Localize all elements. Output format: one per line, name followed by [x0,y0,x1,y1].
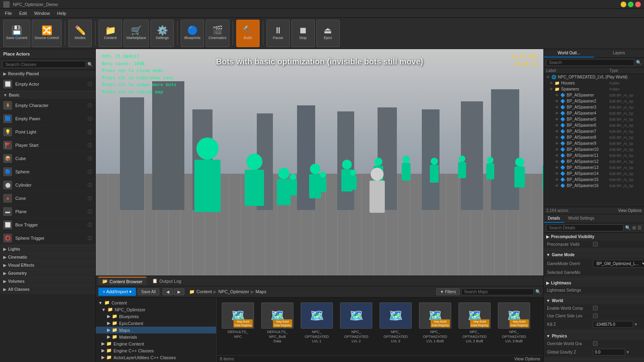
wo-spawners-folder[interactable]: 👁 📁 Spawners Folder [544,86,644,92]
actor-box-trigger[interactable]: ⬜ Box Trigger ⓘ [0,218,95,232]
breadcrumb-npc-optimizer[interactable]: NPC_Optimizer [218,289,249,294]
actor-cone[interactable]: 🔺 Cone ⓘ [0,192,95,205]
list-item[interactable]: 👁 🔷 BP_AISpawner7 Edit BP_AI_Sp [544,128,644,134]
det-search-input[interactable] [546,224,623,231]
list-item[interactable]: 👁 🔷 BP_AISpawner11 Edit BP_AI_Sp [544,152,644,158]
list-item[interactable]: 👁 🔷 BP_AISpawner15 Edit BP_AI_Sp [544,177,644,183]
breadcrumb-maps[interactable]: Maps [256,289,266,294]
det-input-kill-z[interactable] [593,321,633,328]
category-lights-header[interactable]: ▶ Lights [0,245,95,253]
view-options-button[interactable]: View Options [514,356,540,361]
asset-npc-lvl1[interactable]: 🗺️ NPC_OPTIMIZATEDLVL 1 [299,301,335,346]
asset-npc-lvl2-built[interactable]: 🗺️ Map BuildData Registry NPC_OPTIMIZATE… [456,301,493,346]
list-item[interactable]: 👁 🔷 BP_AISpawner3 Edit BP_AI_Sp [544,104,644,110]
category-geometry-header[interactable]: ▶ Geometry [0,269,95,277]
eject-button[interactable]: ⏏ Eject [316,20,340,47]
wo-search-icon[interactable]: 🔍 [636,60,642,65]
menu-edit[interactable]: Edit [16,10,30,16]
actor-player-start[interactable]: 🚩 Player Start ⓘ [0,139,95,152]
nav-back-button[interactable]: ◀ [163,288,173,295]
category-visual-effects-header[interactable]: ▶ Visual Effects [0,261,95,269]
list-item[interactable]: 👁 🔷 BP_AISpawner12 Edit BP_AI_Sp [544,158,644,165]
wo-root[interactable]: 👁 🌐 NPC_OPTIMIZATED_LVL (Play World) [544,74,644,80]
det-checkbox-enable-world-comp[interactable] [593,306,598,311]
menu-window[interactable]: Window [31,10,53,16]
actor-empty-character[interactable]: 🧍 Empty Character ⓘ [0,99,95,112]
det-checkbox-override-gravity[interactable] [593,341,598,346]
section-world-header[interactable]: ▼ World [544,297,644,304]
asset-npc-lvl3-built[interactable]: 🗺️ Map BuildData Registry NPC_OPTIMIZATE… [496,301,532,346]
search-classes-input[interactable] [2,61,86,68]
breadcrumb-content[interactable]: Content [196,289,212,294]
actor-cube[interactable]: 📦 Cube ⓘ [0,152,95,165]
list-item[interactable]: 👁 🔷 BP_AISpawner13 Edit BP_AI_Sp [544,165,644,171]
tree-engine-content[interactable]: ▶ 📁 Engine Content [96,340,216,347]
tree-engine-cpp[interactable]: ▶ 📁 Engine C++ Classes [96,347,216,354]
det-list-icon[interactable]: ☰ [638,225,642,230]
list-item[interactable]: 👁 🔷 BP_AISpawner6 Edit BP_AI_Sp [544,122,644,128]
gravity-z-dropdown-icon[interactable]: ▾ [627,350,629,355]
asset-npc-lvl3[interactable]: 🗺️ NPC_OPTIMIZATEDLVL 3 [378,301,414,346]
tree-blueprints[interactable]: ▶ 📁 Blueprints [96,313,216,320]
view-options[interactable]: View Options [618,208,642,213]
build-button[interactable]: 🔨 Build [236,20,260,47]
list-item[interactable]: 👁 🔷 BP_AISpawner9 Edit BP_AI_Sp [544,140,644,146]
tree-epic-content[interactable]: ▶ 📁 EpicContent [96,320,216,327]
cb-search-input[interactable] [461,288,534,295]
actor-point-light[interactable]: 💡 Point Light ⓘ [0,125,95,139]
det-input-global-gravity-z[interactable] [593,349,625,356]
list-item[interactable]: 👁 🔷 BP_AISpawner10 Edit BP_AI_Sp [544,146,644,152]
settings-button[interactable]: ⚙️ Settings [151,20,174,47]
minimize-button[interactable] [621,2,626,7]
category-cinematic-header[interactable]: ▶ Cinematic [0,253,95,261]
save-all-button[interactable]: Save All [138,288,159,295]
det-checkbox-client-side[interactable] [593,313,598,318]
actor-empty-pawn[interactable]: 🟦 Empty Pawn ⓘ [0,112,95,125]
tab-layers[interactable]: Layers [594,49,644,58]
asset-npc-lvl1-built[interactable]: 🗺️ Map BuildData Registry NPC_OPTIMIZATE… [417,301,453,346]
det-checkbox-precompute[interactable] [593,242,598,247]
section-precomputed-visibility-header[interactable]: ▶ Precomputed Visibility [544,233,644,241]
actor-sphere-trigger[interactable]: ⭕ Sphere Trigger ⓘ [0,232,95,245]
det-grid-icon[interactable]: ⊞ [632,225,636,230]
stop-button[interactable]: ⏹ Stop [291,20,315,47]
save-current-button[interactable]: 💾 Save Current [3,20,30,47]
kill-z-dropdown-icon[interactable]: ▾ [635,322,637,327]
marketplace-button[interactable]: 🛒 Marketplace [124,20,149,47]
search-icon[interactable]: 🔍 [87,62,93,67]
section-physics-header[interactable]: ▼ Physics [544,332,644,340]
actor-plane[interactable]: ▬ Plane ⓘ [0,205,95,218]
section-game-mode-header[interactable]: ▼ Game Mode [544,251,644,259]
tab-world-outliner[interactable]: World Outl... [544,49,594,58]
add-import-button[interactable]: + Add/Import ▾ [98,288,136,296]
asset-defaults-npc[interactable]: 🗺️ Map BuildData Registry DEFAULTS_NPC [220,301,256,341]
list-item[interactable]: 👁 🔷 BP_AISpawner2 Edit BP_AI_Sp [544,98,644,104]
list-item[interactable]: 👁 🔷 BP_AISpawner Edit BP_AI_Sp [544,92,644,98]
content-button[interactable]: 📁 Content [99,20,122,47]
modes-button[interactable]: ✏️ Modes [68,20,92,47]
list-item[interactable]: 👁 🔷 BP_AISpawner4 Edit BP_AI_Sp [544,110,644,116]
source-control-button[interactable]: 🔀 Source Control [32,20,62,47]
blueprints-button[interactable]: 🔵 Blueprints [181,20,204,47]
actor-empty-actor[interactable]: ⬜ Empty Actor ⓘ [0,78,95,91]
tab-content-browser[interactable]: 📂 Content Browser [98,277,147,285]
tree-materials[interactable]: ▶ 📁 Materials [96,333,216,340]
tree-npc-optimizer[interactable]: ▼ 📁 NPC_Optimizer [96,306,216,313]
asset-npc-lvl2[interactable]: 🗺️ NPC_OPTIMIZATEDLVL 2 [338,301,374,346]
det-dropdown-gamemode[interactable]: BP_GM_Optimized_L... [593,260,644,267]
section-lightmass-header[interactable]: ▶ Lightmass [544,279,644,287]
menu-help[interactable]: Help [54,10,70,16]
det-search-icon[interactable]: 🔍 [625,225,631,230]
tree-root-content[interactable]: ▼ 📁 Content [96,299,216,306]
filters-button[interactable]: ▼ Filters [436,288,460,295]
wo-houses-folder[interactable]: 👁 📁 Houses Folder [544,80,644,86]
list-item[interactable]: 👁 🔷 BP_AISpawner14 Edit BP_AI_Sp [544,171,644,177]
close-button[interactable] [635,2,641,7]
list-item[interactable]: 👁 🔷 BP_AISpawner8 Edit BP_AI_Sp [544,134,644,140]
section-broadphase-header[interactable]: ▶ Broadphase [544,360,644,362]
menu-file[interactable]: File [2,10,15,16]
tab-details[interactable]: Details [544,214,564,223]
category-recently-placed-header[interactable]: ▶ Recently Placed [0,70,95,78]
category-basic-header[interactable]: ▼ Basic [0,91,95,99]
tab-output-log[interactable]: 📋 Output Log [148,277,185,285]
